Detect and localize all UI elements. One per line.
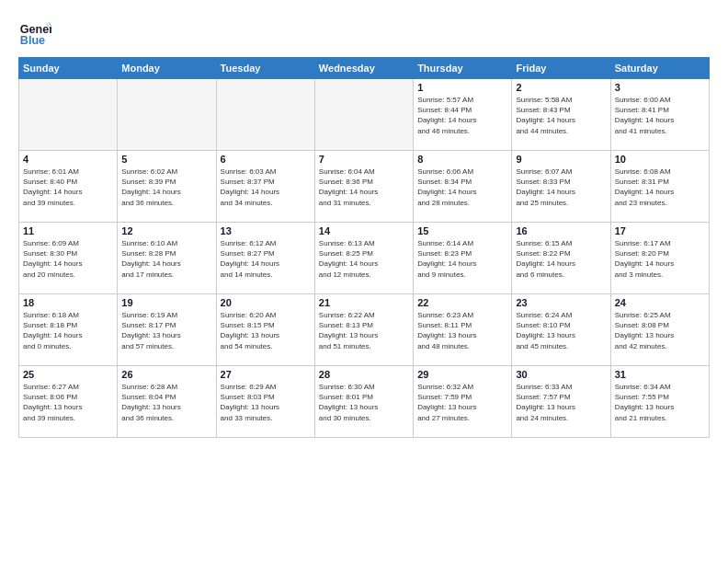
day-cell: 31Sunrise: 6:34 AM Sunset: 7:55 PM Dayli…: [610, 366, 709, 438]
day-cell: 17Sunrise: 6:17 AM Sunset: 8:20 PM Dayli…: [610, 223, 709, 294]
day-cell: 6Sunrise: 6:03 AM Sunset: 8:37 PM Daylig…: [216, 151, 314, 223]
day-number: 7: [319, 154, 409, 165]
day-number: 12: [121, 225, 211, 236]
day-info: Sunrise: 6:07 AM Sunset: 8:33 PM Dayligh…: [516, 167, 606, 208]
day-info: Sunrise: 6:33 AM Sunset: 7:57 PM Dayligh…: [516, 382, 606, 423]
day-info: Sunrise: 6:27 AM Sunset: 8:06 PM Dayligh…: [23, 382, 113, 423]
header-sunday: Sunday: [19, 58, 118, 79]
day-info: Sunrise: 6:20 AM Sunset: 8:15 PM Dayligh…: [221, 310, 311, 351]
day-number: 16: [516, 225, 606, 236]
logo: General Blue: [18, 15, 51, 48]
calendar-table: SundayMondayTuesdayWednesdayThursdayFrid…: [18, 57, 710, 438]
day-info: Sunrise: 6:24 AM Sunset: 8:10 PM Dayligh…: [516, 310, 606, 351]
day-cell: 19Sunrise: 6:19 AM Sunset: 8:17 PM Dayli…: [118, 294, 216, 366]
day-info: Sunrise: 6:17 AM Sunset: 8:20 PM Dayligh…: [615, 238, 705, 280]
day-cell: 16Sunrise: 6:15 AM Sunset: 8:22 PM Dayli…: [512, 223, 610, 294]
day-number: 14: [319, 225, 409, 236]
day-cell: 14Sunrise: 6:13 AM Sunset: 8:25 PM Dayli…: [314, 223, 413, 294]
day-cell: 30Sunrise: 6:33 AM Sunset: 7:57 PM Dayli…: [512, 366, 610, 438]
day-info: Sunrise: 6:22 AM Sunset: 8:13 PM Dayligh…: [319, 310, 409, 351]
day-info: Sunrise: 6:18 AM Sunset: 8:18 PM Dayligh…: [23, 310, 113, 351]
day-cell: [216, 79, 314, 151]
week-row-4: 18Sunrise: 6:18 AM Sunset: 8:18 PM Dayli…: [19, 294, 710, 366]
day-info: Sunrise: 6:08 AM Sunset: 8:31 PM Dayligh…: [615, 167, 705, 208]
day-cell: 20Sunrise: 6:20 AM Sunset: 8:15 PM Dayli…: [216, 294, 314, 366]
day-info: Sunrise: 6:03 AM Sunset: 8:37 PM Dayligh…: [221, 167, 311, 208]
day-info: Sunrise: 6:14 AM Sunset: 8:23 PM Dayligh…: [417, 238, 507, 280]
day-number: 11: [23, 225, 113, 236]
day-cell: 29Sunrise: 6:32 AM Sunset: 7:59 PM Dayli…: [414, 366, 512, 438]
day-cell: [314, 79, 413, 151]
day-number: 29: [417, 369, 507, 380]
day-number: 6: [221, 154, 311, 165]
day-number: 20: [221, 297, 311, 308]
day-cell: 28Sunrise: 6:30 AM Sunset: 8:01 PM Dayli…: [314, 366, 413, 438]
day-cell: 15Sunrise: 6:14 AM Sunset: 8:23 PM Dayli…: [414, 223, 512, 294]
day-cell: [118, 79, 216, 151]
day-number: 27: [221, 369, 311, 380]
day-number: 13: [221, 225, 311, 236]
day-cell: 4Sunrise: 6:01 AM Sunset: 8:40 PM Daylig…: [19, 151, 118, 223]
page-header: General Blue: [18, 15, 710, 48]
calendar-header-row: SundayMondayTuesdayWednesdayThursdayFrid…: [19, 58, 710, 79]
day-number: 31: [615, 369, 705, 380]
day-number: 19: [121, 297, 211, 308]
day-cell: 21Sunrise: 6:22 AM Sunset: 8:13 PM Dayli…: [314, 294, 413, 366]
day-info: Sunrise: 6:15 AM Sunset: 8:22 PM Dayligh…: [516, 238, 606, 280]
day-info: Sunrise: 6:06 AM Sunset: 8:34 PM Dayligh…: [417, 167, 507, 208]
day-number: 1: [417, 82, 507, 93]
day-number: 15: [417, 225, 507, 236]
day-info: Sunrise: 6:28 AM Sunset: 8:04 PM Dayligh…: [121, 382, 211, 423]
day-cell: 3Sunrise: 6:00 AM Sunset: 8:41 PM Daylig…: [610, 79, 709, 151]
day-info: Sunrise: 5:57 AM Sunset: 8:44 PM Dayligh…: [417, 95, 507, 136]
logo-icon: General Blue: [18, 15, 51, 48]
day-info: Sunrise: 6:19 AM Sunset: 8:17 PM Dayligh…: [121, 310, 211, 351]
day-number: 21: [319, 297, 409, 308]
day-number: 3: [615, 82, 705, 93]
day-cell: 18Sunrise: 6:18 AM Sunset: 8:18 PM Dayli…: [19, 294, 118, 366]
day-number: 9: [516, 154, 606, 165]
week-row-2: 4Sunrise: 6:01 AM Sunset: 8:40 PM Daylig…: [19, 151, 710, 223]
day-cell: 1Sunrise: 5:57 AM Sunset: 8:44 PM Daylig…: [414, 79, 512, 151]
header-tuesday: Tuesday: [216, 58, 314, 79]
day-info: Sunrise: 6:02 AM Sunset: 8:39 PM Dayligh…: [121, 167, 211, 208]
day-cell: 24Sunrise: 6:25 AM Sunset: 8:08 PM Dayli…: [610, 294, 709, 366]
header-wednesday: Wednesday: [314, 58, 413, 79]
day-info: Sunrise: 6:25 AM Sunset: 8:08 PM Dayligh…: [615, 310, 705, 351]
day-cell: 13Sunrise: 6:12 AM Sunset: 8:27 PM Dayli…: [216, 223, 314, 294]
day-info: Sunrise: 6:32 AM Sunset: 7:59 PM Dayligh…: [417, 382, 507, 423]
day-info: Sunrise: 6:29 AM Sunset: 8:03 PM Dayligh…: [221, 382, 311, 423]
day-number: 2: [516, 82, 606, 93]
day-number: 23: [516, 297, 606, 308]
day-info: Sunrise: 6:12 AM Sunset: 8:27 PM Dayligh…: [221, 238, 311, 280]
day-info: Sunrise: 5:58 AM Sunset: 8:43 PM Dayligh…: [516, 95, 606, 136]
day-number: 26: [121, 369, 211, 380]
day-number: 25: [23, 369, 113, 380]
day-number: 17: [615, 225, 705, 236]
day-cell: 10Sunrise: 6:08 AM Sunset: 8:31 PM Dayli…: [610, 151, 709, 223]
day-cell: 25Sunrise: 6:27 AM Sunset: 8:06 PM Dayli…: [19, 366, 118, 438]
day-info: Sunrise: 6:10 AM Sunset: 8:28 PM Dayligh…: [121, 238, 211, 280]
header-saturday: Saturday: [610, 58, 709, 79]
day-number: 8: [417, 154, 507, 165]
day-cell: 7Sunrise: 6:04 AM Sunset: 8:36 PM Daylig…: [314, 151, 413, 223]
day-info: Sunrise: 6:13 AM Sunset: 8:25 PM Dayligh…: [319, 238, 409, 280]
day-cell: 12Sunrise: 6:10 AM Sunset: 8:28 PM Dayli…: [118, 223, 216, 294]
day-cell: [19, 79, 118, 151]
day-cell: 27Sunrise: 6:29 AM Sunset: 8:03 PM Dayli…: [216, 366, 314, 438]
day-number: 10: [615, 154, 705, 165]
day-info: Sunrise: 6:23 AM Sunset: 8:11 PM Dayligh…: [417, 310, 507, 351]
day-cell: 26Sunrise: 6:28 AM Sunset: 8:04 PM Dayli…: [118, 366, 216, 438]
day-cell: 22Sunrise: 6:23 AM Sunset: 8:11 PM Dayli…: [414, 294, 512, 366]
day-info: Sunrise: 6:09 AM Sunset: 8:30 PM Dayligh…: [23, 238, 113, 280]
day-number: 22: [417, 297, 507, 308]
svg-text:Blue: Blue: [20, 34, 45, 47]
day-cell: 5Sunrise: 6:02 AM Sunset: 8:39 PM Daylig…: [118, 151, 216, 223]
week-row-3: 11Sunrise: 6:09 AM Sunset: 8:30 PM Dayli…: [19, 223, 710, 294]
day-number: 30: [516, 369, 606, 380]
day-info: Sunrise: 6:01 AM Sunset: 8:40 PM Dayligh…: [23, 167, 113, 208]
day-cell: 11Sunrise: 6:09 AM Sunset: 8:30 PM Dayli…: [19, 223, 118, 294]
day-cell: 2Sunrise: 5:58 AM Sunset: 8:43 PM Daylig…: [512, 79, 610, 151]
day-info: Sunrise: 6:34 AM Sunset: 7:55 PM Dayligh…: [615, 382, 705, 423]
day-info: Sunrise: 6:30 AM Sunset: 8:01 PM Dayligh…: [319, 382, 409, 423]
